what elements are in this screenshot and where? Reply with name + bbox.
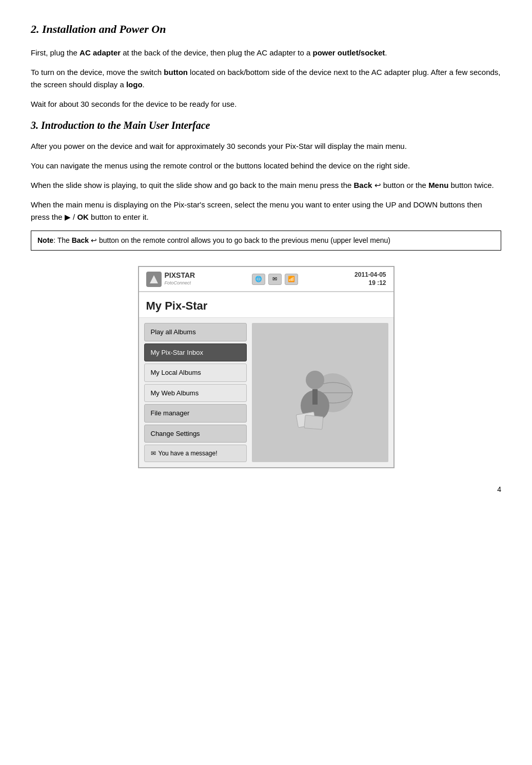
section-3-para1: After you power on the device and wait f… (31, 140, 501, 152)
para3-mid: ↩ button or the (372, 181, 428, 189)
svg-rect-8 (304, 415, 323, 429)
mail-icon: ✉ (268, 274, 282, 285)
menu-item-message[interactable]: ✉ You have a message! (144, 445, 247, 462)
para3-before: When the slide show is playing, to quit … (31, 181, 354, 189)
section-2: 2. Installation and Power On First, plug… (31, 21, 501, 110)
section-2-para2: To turn on the device, move the switch b… (31, 66, 501, 91)
logo-text-block: PIXSTAR FotoConnect (165, 272, 195, 286)
para2-text-end: . (143, 80, 145, 89)
para4-ok: OK (77, 213, 89, 221)
menu-item-file-manager[interactable]: File manager (144, 404, 247, 423)
device-screenshot-wrapper: PIXSTAR FotoConnect 🌐 ✉ 📶 2011-04-05 19 … (31, 266, 501, 468)
para1-ac-adapter: AC adapter (80, 48, 121, 57)
para1-text-end: . (385, 48, 387, 57)
note-box: Note: The Back ↩ button on the remote co… (31, 231, 501, 251)
section-3-para3: When the slide show is playing, to quit … (31, 179, 501, 192)
para2-text-before: To turn on the device, move the switch (31, 68, 164, 76)
menu-item-local-albums[interactable]: My Local Albums (144, 364, 247, 382)
para2-logo: logo (126, 80, 143, 89)
message-mail-icon: ✉ (151, 449, 156, 458)
section-2-heading: 2. Installation and Power On (31, 21, 501, 37)
section-3-heading: 3. Introduction to the Main User Interfa… (31, 118, 501, 133)
section-3-para4: When the main menu is displaying on the … (31, 199, 501, 223)
avatar-svg (287, 352, 353, 434)
section-2-para3: Wait for about 30 seconds for the device… (31, 98, 501, 110)
section-2-para1: First, plug the AC adapter at the back o… (31, 47, 501, 59)
menu-item-change-settings[interactable]: Change Settings (144, 425, 247, 443)
para2-button: button (164, 68, 188, 76)
logo-icon (146, 272, 162, 287)
menu-item-inbox[interactable]: My Pix-Star Inbox (144, 343, 247, 362)
para3-back: Back (354, 181, 372, 189)
svg-rect-6 (312, 389, 318, 405)
datetime-date: 2011-04-05 (354, 271, 386, 279)
note-before-back: : The (53, 236, 72, 244)
note-middle: ↩ button on the remote control allows yo… (89, 236, 390, 244)
wifi-icon: 📶 (285, 274, 298, 285)
menu-item-play-all-albums[interactable]: Play all Albums (144, 323, 247, 341)
page-number: 4 (497, 485, 501, 493)
device-datetime: 2011-04-05 19 :12 (354, 271, 386, 287)
para3-menu: Menu (428, 181, 448, 189)
section-3: 3. Introduction to the Main User Interfa… (31, 118, 501, 223)
menu-item-web-albums[interactable]: My Web Albums (144, 384, 247, 403)
device-menu: Play all Albums My Pix-Star Inbox My Loc… (144, 323, 247, 462)
svg-point-4 (306, 371, 324, 389)
para4-end: button to enter it. (89, 213, 149, 221)
section-3-para2: You can navigate the menus using the rem… (31, 160, 501, 172)
globe-icon: 🌐 (252, 274, 265, 285)
device-header: PIXSTAR FotoConnect 🌐 ✉ 📶 2011-04-05 19 … (139, 267, 393, 292)
device-header-icons: 🌐 ✉ 📶 (252, 274, 298, 285)
device-body: Play all Albums My Pix-Star Inbox My Loc… (139, 318, 393, 467)
para1-text-before: First, plug the (31, 48, 80, 57)
device-title-bar: My Pix-Star (139, 292, 393, 318)
device-logo: PIXSTAR FotoConnect (146, 272, 195, 287)
svg-marker-0 (150, 275, 158, 283)
note-back: Back (72, 236, 89, 244)
logo-subname: FotoConnect (165, 280, 195, 287)
device-screenshot: PIXSTAR FotoConnect 🌐 ✉ 📶 2011-04-05 19 … (138, 266, 395, 468)
note-label: Note (37, 236, 53, 244)
message-text: You have a message! (159, 449, 218, 458)
logo-name: PIXSTAR (165, 272, 195, 279)
device-image (252, 323, 388, 462)
datetime-time: 19 :12 (354, 279, 386, 288)
para3-end: button twice. (448, 181, 494, 189)
para1-text-mid: at the back of the device, then plug the… (121, 48, 312, 57)
para1-power-outlet: power outlet/socket (313, 48, 385, 57)
